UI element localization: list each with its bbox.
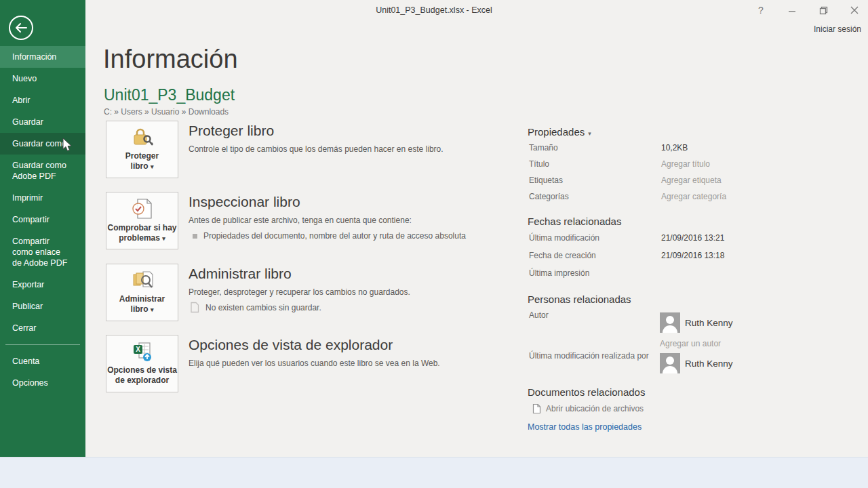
sidebar-item-cuenta[interactable]: Cuenta (0, 350, 85, 372)
dropdown-caret-icon: ▾ (151, 163, 154, 170)
properties-heading-label: Propiedades (528, 126, 585, 138)
property-row-tags: Etiquetas Agregar etiqueta (529, 176, 722, 185)
sidebar-item-cerrar[interactable]: Cerrar (0, 317, 85, 339)
property-label: Categorías (529, 192, 661, 201)
property-row-size: Tamaño 10,2KB (529, 143, 688, 152)
dropdown-caret-icon: ▾ (162, 235, 165, 242)
minimize-button[interactable] (784, 3, 800, 18)
window-controls: ? (753, 3, 863, 18)
section-protect-workbook: Proteger libro ▾ Proteger libro Controle… (106, 121, 514, 178)
protect-desc: Controle el tipo de cambios que los demá… (189, 144, 514, 155)
taskbar: 1 T (0, 457, 868, 488)
property-row-title: Título Agregar título (529, 159, 710, 169)
dropdown-caret-icon: ▾ (151, 306, 154, 313)
property-label: Etiquetas (529, 176, 661, 185)
modified-by-label-row: Última modificación realizada por (529, 351, 649, 361)
minimize-icon (788, 6, 796, 14)
open-file-location[interactable]: Abrir ubicación de archivos (532, 403, 644, 414)
modified-by-person[interactable]: Ruth Kenny (660, 353, 733, 373)
dates-heading-label: Fechas relacionadas (528, 216, 621, 227)
avatar (660, 312, 680, 333)
sidebar-item-abrir[interactable]: Abrir (0, 89, 85, 111)
date-label: Última modificación (529, 233, 661, 243)
document-icon (532, 403, 541, 414)
sidebar-item-compartir[interactable]: Compartir (0, 209, 85, 230)
section-browser-view-options: X Opciones de vista de explorador Opcion… (106, 335, 514, 392)
manage-workbook-button[interactable]: Administrar libro ▾ (106, 264, 178, 321)
section-manage-workbook: Administrar libro ▾ Administrar libro Pr… (106, 264, 514, 321)
sidebar-item-informacion[interactable]: Información (0, 46, 85, 68)
browser-view-icon: X (131, 342, 154, 362)
author-label-row: Autor (529, 310, 661, 320)
sidebar-item-publicar[interactable]: Publicar (0, 296, 85, 317)
excel-backstage-window: Unit01_P3_Budget.xlsx - Excel ? Iniciar … (0, 0, 868, 488)
sidebar-divider (5, 344, 80, 345)
lock-key-icon (131, 127, 154, 148)
people-heading: Personas relacionadas (528, 293, 631, 305)
manage-button-label-line2: libro (131, 304, 149, 314)
help-icon: ? (758, 5, 764, 16)
property-value-placeholder[interactable]: Agregar categoría (661, 192, 726, 201)
sidebar-item-guardar-como-adobe-pdf[interactable]: Guardar como Adobe PDF (0, 155, 75, 187)
manage-note-text: No existen cambios sin guardar. (205, 303, 321, 312)
inspect-button-label-line1: Comprobar si hay (107, 223, 176, 232)
protect-workbook-button[interactable]: Proteger libro ▾ (106, 121, 178, 178)
no-unsaved-changes-icon (190, 302, 199, 313)
manage-desc: Proteger, desproteger y recuperar los ca… (189, 287, 514, 298)
sidebar-item-nuevo[interactable]: Nuevo (0, 68, 85, 89)
author-name: Ruth Kenny (685, 318, 733, 328)
sidebar-item-exportar[interactable]: Exportar (0, 274, 85, 296)
section-inspect-workbook: Comprobar si hay problemas ▾ Inspecciona… (106, 192, 514, 249)
backstage-nav: Información Nuevo Abrir Guardar Guardar … (0, 46, 85, 394)
date-value: 21/09/2016 13:21 (661, 233, 724, 243)
inspect-bullet-text: Propiedades del documento, nombre del au… (203, 231, 466, 241)
restore-button[interactable] (815, 3, 831, 18)
protect-heading: Proteger libro (189, 122, 514, 140)
page-title: Información (103, 45, 238, 74)
open-location-label: Abrir ubicación de archivos (546, 404, 644, 413)
close-button[interactable] (846, 3, 863, 18)
author-person[interactable]: Ruth Kenny (660, 312, 733, 333)
protect-button-label-line2: libro (131, 161, 149, 171)
property-value-placeholder[interactable]: Agregar título (661, 159, 710, 169)
browser-view-desc: Elija qué pueden ver los usuarios cuando… (189, 358, 514, 369)
manage-versions-icon (131, 270, 154, 291)
property-row-categories: Categorías Agregar categoría (529, 192, 726, 201)
avatar (660, 353, 680, 373)
property-label: Título (529, 159, 661, 169)
date-label: Última impresión (529, 268, 661, 278)
property-value-placeholder[interactable]: Agregar etiqueta (661, 176, 722, 185)
date-row-printed: Última impresión (529, 268, 661, 278)
file-name: Unit01_P3_Budget (104, 86, 235, 104)
show-all-properties-link[interactable]: Mostrar todas las propiedades (528, 422, 642, 432)
check-for-issues-button[interactable]: Comprobar si hay problemas ▾ (106, 192, 178, 249)
date-label: Fecha de creación (529, 251, 661, 260)
browser-view-label-line2: de explorador (115, 375, 169, 385)
sidebar-item-guardar-como[interactable]: Guardar como (0, 133, 85, 155)
chevron-down-icon: ▾ (588, 130, 591, 137)
properties-heading[interactable]: Propiedades▾ (528, 126, 591, 138)
back-arrow-icon (14, 22, 28, 33)
documents-heading-label: Documentos relacionados (528, 386, 645, 398)
browser-view-options-button[interactable]: X Opciones de vista de explorador (106, 335, 178, 392)
sidebar-item-compartir-enlace-adobe-pdf[interactable]: Compartir como enlace de Adobe PDF (0, 230, 76, 274)
sidebar-item-imprimir[interactable]: Imprimir (0, 187, 85, 209)
square-bullet-icon (193, 234, 197, 239)
help-button[interactable]: ? (753, 3, 769, 18)
dates-heading: Fechas relacionadas (528, 216, 621, 227)
date-value: 21/09/2016 13:18 (661, 251, 724, 260)
sign-in-link[interactable]: Iniciar sesión (814, 24, 861, 34)
add-author-field[interactable]: Agregar un autor (660, 339, 721, 348)
back-button[interactable] (9, 16, 33, 40)
inspect-button-label-line2: problemas (119, 233, 160, 243)
modified-by-label: Última modificación realizada por (529, 351, 649, 361)
inspect-heading: Inspeccionar libro (189, 193, 514, 211)
sidebar-item-opciones[interactable]: Opciones (0, 372, 85, 394)
sidebar-item-guardar[interactable]: Guardar (0, 111, 85, 133)
people-heading-label: Personas relacionadas (528, 293, 631, 305)
close-icon (850, 6, 859, 14)
restore-icon (819, 6, 828, 15)
svg-text:X: X (136, 346, 140, 353)
backstage-sidebar: Información Nuevo Abrir Guardar Guardar … (0, 0, 85, 457)
author-label: Autor (529, 310, 661, 320)
